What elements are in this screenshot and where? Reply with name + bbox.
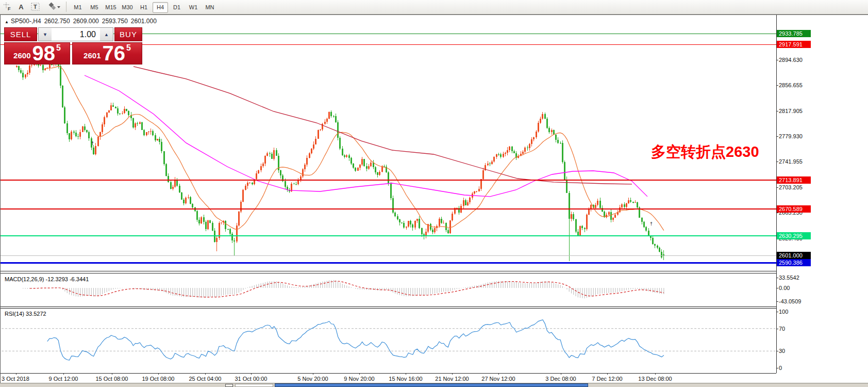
price-level-line[interactable] — [1, 262, 776, 264]
moving-averages-layer — [45, 66, 664, 230]
buy-price-prefix: 2601 — [84, 51, 101, 60]
time-axis-label: 9 Oct 12:00 — [49, 376, 78, 382]
time-axis-label: 27 Nov 12:00 — [481, 376, 515, 382]
chart-annotation-text[interactable]: 多空转折点2630 — [651, 142, 759, 163]
timeframe-h1[interactable]: H1 — [136, 2, 152, 13]
price-axis-border — [776, 15, 777, 373]
price-level-line[interactable] — [1, 235, 776, 236]
crosshair-f-icon[interactable]: F — [2, 2, 13, 12]
time-axis-label: 19 Oct 08:00 — [142, 376, 175, 382]
textbox-t-icon[interactable]: T — [30, 2, 41, 12]
one-click-trade-panel: SELL ▼ ▲ BUY 2600985 2601765 — [4, 27, 142, 64]
timeframe-mn[interactable]: MN — [202, 2, 218, 13]
sell-price-main: 98 — [32, 44, 55, 62]
candles-layer — [16, 60, 665, 261]
price-badge: 2933.785 — [777, 30, 811, 37]
pane-border — [1, 307, 776, 307]
chart-canvas[interactable] — [1, 15, 776, 383]
time-axis-label: 25 Oct 04:00 — [189, 376, 222, 382]
volume-increase-button[interactable]: ▲ — [100, 28, 113, 41]
price-axis-tick: 2856.655 — [779, 82, 815, 88]
buy-button[interactable]: BUY — [114, 27, 142, 41]
time-axis-label: 13 Dec 08:00 — [638, 376, 672, 382]
rsi-layer — [2, 320, 775, 360]
macd-label: MACD(12,26,9) -12.3293 -6.3441 — [5, 276, 89, 282]
sell-price-sup: 5 — [56, 43, 61, 53]
toolbar: F A T M1M5M15M30H1H4D1W1MN — [0, 0, 868, 14]
dropdown-caret-icon — [57, 6, 60, 8]
pane-border — [1, 271, 776, 271]
chart-window: ▲SP500-,H42602.7502609.0002593.7502601.0… — [0, 14, 868, 383]
buy-price-display[interactable]: 2601765 — [72, 42, 142, 64]
time-axis-label: 3 Dec 08:00 — [545, 376, 576, 382]
symbol-label: SP500-,H4 — [11, 18, 41, 25]
price-level-line[interactable] — [1, 180, 776, 181]
price-axis-tick: 2817.905 — [779, 108, 815, 114]
high-value: 2609.000 — [73, 18, 99, 25]
timeframe-m30[interactable]: M30 — [120, 2, 135, 13]
symbol-ohlc-header: ▲SP500-,H42602.7502609.0002593.7502601.0… — [5, 18, 160, 25]
macd-layer — [23, 280, 664, 298]
macd-axis-tick: 33.5542 — [779, 275, 815, 281]
timeframe-h4[interactable]: H4 — [153, 2, 168, 13]
trade-marker-icon: † — [650, 221, 653, 227]
rsi-label: RSI(14) 33.5272 — [5, 311, 46, 317]
taskbar-segment — [225, 384, 233, 387]
macd-axis-tick: 0.00 — [779, 285, 815, 291]
buy-price-sup: 5 — [126, 43, 131, 53]
rsi-axis-tick: 100 — [779, 309, 815, 315]
price-badge: 2713.891 — [777, 176, 811, 184]
price-axis-tick: 2703.205 — [779, 184, 815, 190]
pane-border — [1, 308, 776, 309]
rsi-axis-tick: 30 — [779, 348, 815, 354]
taskbar-strip — [0, 383, 868, 387]
price-axis-tick: 2779.930 — [779, 133, 815, 139]
window-marker-icon: ▲ — [5, 20, 9, 24]
taskbar-segment — [235, 384, 273, 387]
sell-price-prefix: 2600 — [13, 51, 30, 60]
timeframe-m15[interactable]: M15 — [103, 2, 119, 13]
price-badge: 2630.295 — [777, 232, 811, 239]
time-axis-label: 9 Nov 20:00 — [344, 376, 374, 382]
close-value: 2601.000 — [131, 18, 157, 25]
pane-border — [1, 273, 776, 273]
time-axis-label: 21 Nov 12:00 — [435, 376, 469, 382]
buy-price-main: 76 — [102, 44, 125, 62]
timeframe-m5[interactable]: M5 — [87, 2, 102, 13]
price-badge: 2601.000 — [777, 252, 811, 259]
shapes-icon[interactable] — [46, 2, 62, 12]
sell-button[interactable]: SELL — [4, 27, 37, 41]
time-axis-label: 5 Nov 20:00 — [297, 376, 328, 382]
price-axis-tick: 2741.955 — [779, 158, 815, 165]
time-axis-label: 15 Nov 16:00 — [389, 376, 422, 382]
timeframe-group: M1M5M15M30H1H4D1W1MN — [70, 0, 235, 14]
timeframe-w1[interactable]: W1 — [186, 2, 201, 13]
time-axis-label: 7 Dec 12:00 — [592, 376, 622, 382]
time-axis-label: 31 Oct 00:00 — [235, 376, 268, 382]
pane-border — [1, 373, 776, 374]
toolbar-separator — [66, 2, 66, 12]
timeframe-m1[interactable]: M1 — [70, 2, 86, 13]
volume-input[interactable] — [52, 28, 100, 41]
annotation-a-icon[interactable]: A — [15, 2, 27, 12]
volume-decrease-button[interactable]: ▼ — [39, 28, 52, 41]
taskbar-active-segment[interactable] — [275, 383, 588, 387]
price-badge: 2670.589 — [777, 205, 811, 213]
time-axis-label: 15 Oct 08:00 — [96, 376, 128, 382]
price-badge: 2917.591 — [777, 41, 811, 48]
sell-price-display[interactable]: 2600985 — [4, 42, 70, 64]
rsi-axis-tick: 0 — [779, 365, 815, 371]
price-level-line[interactable] — [1, 208, 776, 209]
trade-marker-icon: † — [91, 141, 94, 146]
svg-text:T: T — [34, 4, 37, 10]
rsi-axis-tick: 70 — [779, 326, 815, 332]
macd-axis-tick: -43.0509 — [779, 298, 815, 304]
timeframe-d1[interactable]: D1 — [169, 2, 185, 13]
svg-text:F: F — [8, 6, 11, 11]
open-value: 2602.750 — [44, 18, 70, 25]
price-level-line[interactable] — [1, 255, 776, 256]
low-value: 2593.750 — [102, 18, 128, 25]
price-badge: 2590.386 — [777, 259, 811, 266]
price-axis-tick: 2894.630 — [779, 57, 815, 63]
volume-stepper: ▼ ▲ — [38, 27, 113, 41]
